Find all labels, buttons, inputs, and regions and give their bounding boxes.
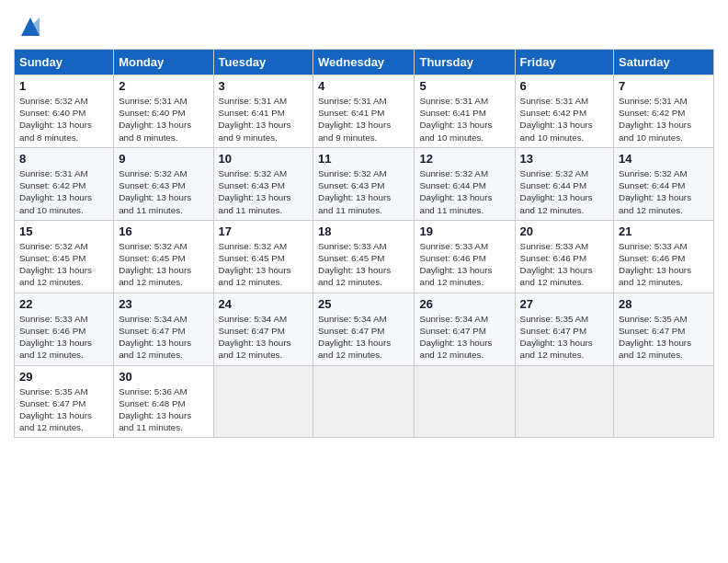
- day-info: Sunrise: 5:34 AMSunset: 6:47 PMDaylight:…: [219, 313, 309, 362]
- day-info: Sunrise: 5:34 AMSunset: 6:47 PMDaylight:…: [419, 313, 509, 362]
- day-number: 1: [19, 79, 108, 93]
- calendar-cell: 25Sunrise: 5:34 AMSunset: 6:47 PMDayligh…: [313, 293, 415, 365]
- day-info: Sunrise: 5:34 AMSunset: 6:47 PMDaylight:…: [318, 313, 409, 362]
- calendar-cell: [515, 365, 613, 438]
- day-info: Sunrise: 5:34 AMSunset: 6:47 PMDaylight:…: [119, 313, 208, 362]
- calendar-cell: 8Sunrise: 5:31 AMSunset: 6:42 PMDaylight…: [15, 147, 114, 220]
- day-info: Sunrise: 5:35 AMSunset: 6:47 PMDaylight:…: [520, 313, 609, 362]
- day-info: Sunrise: 5:31 AMSunset: 6:40 PMDaylight:…: [119, 95, 208, 144]
- calendar-cell: 5Sunrise: 5:31 AMSunset: 6:41 PMDaylight…: [415, 75, 515, 148]
- day-info: Sunrise: 5:31 AMSunset: 6:41 PMDaylight:…: [419, 95, 509, 144]
- day-number: 17: [219, 224, 309, 238]
- calendar-cell: 14Sunrise: 5:32 AMSunset: 6:44 PMDayligh…: [614, 147, 714, 220]
- calendar-table: SundayMondayTuesdayWednesdayThursdayFrid…: [14, 49, 714, 438]
- page: SundayMondayTuesdayWednesdayThursdayFrid…: [0, 0, 728, 563]
- calendar-cell: 15Sunrise: 5:32 AMSunset: 6:45 PMDayligh…: [15, 220, 114, 293]
- day-info: Sunrise: 5:32 AMSunset: 6:43 PMDaylight:…: [318, 167, 409, 216]
- day-number: 5: [419, 79, 509, 93]
- day-number: 12: [419, 152, 509, 166]
- calendar-cell: 30Sunrise: 5:36 AMSunset: 6:48 PMDayligh…: [114, 365, 213, 438]
- day-number: 2: [119, 79, 208, 93]
- calendar-header-tuesday: Tuesday: [213, 50, 313, 75]
- day-number: 26: [419, 297, 509, 311]
- day-number: 21: [619, 224, 709, 238]
- day-info: Sunrise: 5:35 AMSunset: 6:47 PMDaylight:…: [19, 385, 108, 434]
- day-number: 24: [219, 297, 309, 311]
- day-info: Sunrise: 5:32 AMSunset: 6:40 PMDaylight:…: [19, 95, 108, 144]
- calendar-header-monday: Monday: [114, 50, 213, 75]
- day-info: Sunrise: 5:32 AMSunset: 6:43 PMDaylight:…: [219, 167, 309, 216]
- calendar-header-thursday: Thursday: [415, 50, 515, 75]
- calendar-cell: 28Sunrise: 5:35 AMSunset: 6:47 PMDayligh…: [614, 293, 714, 365]
- calendar-cell: 17Sunrise: 5:32 AMSunset: 6:45 PMDayligh…: [213, 220, 313, 293]
- calendar-cell: 16Sunrise: 5:32 AMSunset: 6:45 PMDayligh…: [114, 220, 213, 293]
- day-info: Sunrise: 5:31 AMSunset: 6:42 PMDaylight:…: [619, 95, 709, 144]
- calendar-header-saturday: Saturday: [614, 50, 714, 75]
- day-number: 11: [318, 152, 409, 166]
- day-info: Sunrise: 5:33 AMSunset: 6:46 PMDaylight:…: [419, 240, 509, 289]
- day-number: 10: [219, 152, 309, 166]
- day-number: 13: [520, 152, 609, 166]
- logo-icon: [17, 14, 43, 40]
- calendar-week-row: 8Sunrise: 5:31 AMSunset: 6:42 PMDaylight…: [15, 147, 714, 220]
- day-number: 22: [19, 297, 108, 311]
- calendar-week-row: 15Sunrise: 5:32 AMSunset: 6:45 PMDayligh…: [15, 220, 714, 293]
- calendar-cell: 10Sunrise: 5:32 AMSunset: 6:43 PMDayligh…: [213, 147, 313, 220]
- day-number: 15: [19, 224, 108, 238]
- day-info: Sunrise: 5:31 AMSunset: 6:42 PMDaylight:…: [19, 167, 108, 216]
- calendar-cell: [213, 365, 313, 438]
- day-info: Sunrise: 5:32 AMSunset: 6:44 PMDaylight:…: [520, 167, 609, 216]
- logo: [14, 14, 43, 40]
- calendar-cell: 27Sunrise: 5:35 AMSunset: 6:47 PMDayligh…: [515, 293, 613, 365]
- day-info: Sunrise: 5:33 AMSunset: 6:45 PMDaylight:…: [318, 240, 409, 289]
- day-number: 6: [520, 79, 609, 93]
- calendar-cell: 19Sunrise: 5:33 AMSunset: 6:46 PMDayligh…: [415, 220, 515, 293]
- calendar-cell: [614, 365, 714, 438]
- calendar-cell: 24Sunrise: 5:34 AMSunset: 6:47 PMDayligh…: [213, 293, 313, 365]
- calendar-cell: 3Sunrise: 5:31 AMSunset: 6:41 PMDaylight…: [213, 75, 313, 148]
- day-info: Sunrise: 5:33 AMSunset: 6:46 PMDaylight:…: [520, 240, 609, 289]
- calendar-cell: 12Sunrise: 5:32 AMSunset: 6:44 PMDayligh…: [415, 147, 515, 220]
- calendar-header-friday: Friday: [515, 50, 613, 75]
- day-info: Sunrise: 5:33 AMSunset: 6:46 PMDaylight:…: [19, 313, 108, 362]
- calendar-cell: 11Sunrise: 5:32 AMSunset: 6:43 PMDayligh…: [313, 147, 415, 220]
- day-info: Sunrise: 5:31 AMSunset: 6:41 PMDaylight:…: [219, 95, 309, 144]
- day-number: 30: [119, 370, 208, 384]
- calendar-week-row: 29Sunrise: 5:35 AMSunset: 6:47 PMDayligh…: [15, 365, 714, 438]
- day-number: 8: [19, 152, 108, 166]
- day-number: 4: [318, 79, 409, 93]
- day-number: 16: [119, 224, 208, 238]
- calendar-header-sunday: Sunday: [15, 50, 114, 75]
- day-number: 29: [19, 370, 108, 384]
- day-number: 18: [318, 224, 409, 238]
- day-number: 23: [119, 297, 208, 311]
- day-number: 9: [119, 152, 208, 166]
- calendar-cell: 23Sunrise: 5:34 AMSunset: 6:47 PMDayligh…: [114, 293, 213, 365]
- day-info: Sunrise: 5:32 AMSunset: 6:44 PMDaylight:…: [619, 167, 709, 216]
- day-number: 3: [219, 79, 309, 93]
- calendar-header-wednesday: Wednesday: [313, 50, 415, 75]
- day-number: 27: [520, 297, 609, 311]
- calendar-cell: 21Sunrise: 5:33 AMSunset: 6:46 PMDayligh…: [614, 220, 714, 293]
- day-info: Sunrise: 5:32 AMSunset: 6:43 PMDaylight:…: [119, 167, 208, 216]
- day-info: Sunrise: 5:33 AMSunset: 6:46 PMDaylight:…: [619, 240, 709, 289]
- day-info: Sunrise: 5:32 AMSunset: 6:45 PMDaylight:…: [119, 240, 208, 289]
- day-number: 20: [520, 224, 609, 238]
- day-number: 14: [619, 152, 709, 166]
- calendar-cell: 18Sunrise: 5:33 AMSunset: 6:45 PMDayligh…: [313, 220, 415, 293]
- day-info: Sunrise: 5:32 AMSunset: 6:45 PMDaylight:…: [219, 240, 309, 289]
- day-number: 19: [419, 224, 509, 238]
- day-info: Sunrise: 5:31 AMSunset: 6:41 PMDaylight:…: [318, 95, 409, 144]
- calendar-cell: 2Sunrise: 5:31 AMSunset: 6:40 PMDaylight…: [114, 75, 213, 148]
- calendar-header-row: SundayMondayTuesdayWednesdayThursdayFrid…: [15, 50, 714, 75]
- calendar-cell: 29Sunrise: 5:35 AMSunset: 6:47 PMDayligh…: [15, 365, 114, 438]
- day-number: 28: [619, 297, 709, 311]
- calendar-cell: 22Sunrise: 5:33 AMSunset: 6:46 PMDayligh…: [15, 293, 114, 365]
- calendar-cell: [313, 365, 415, 438]
- day-info: Sunrise: 5:36 AMSunset: 6:48 PMDaylight:…: [119, 385, 208, 434]
- calendar-week-row: 1Sunrise: 5:32 AMSunset: 6:40 PMDaylight…: [15, 75, 714, 148]
- day-number: 25: [318, 297, 409, 311]
- day-info: Sunrise: 5:31 AMSunset: 6:42 PMDaylight:…: [520, 95, 609, 144]
- header: [14, 14, 714, 40]
- day-number: 7: [619, 79, 709, 93]
